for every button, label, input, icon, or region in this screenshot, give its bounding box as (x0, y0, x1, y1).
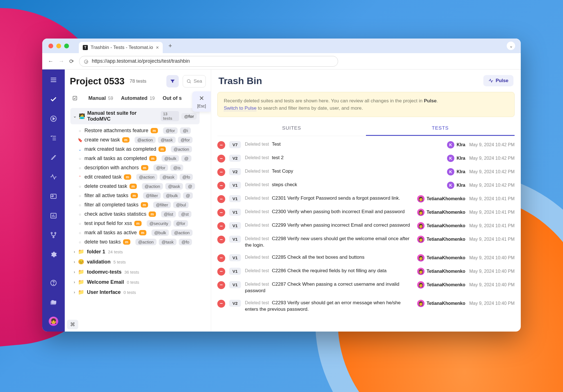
test-tag[interactable]: @task (158, 137, 176, 143)
deleted-test-row[interactable]: − V1 Deleted test C2287 Check When passi… (217, 278, 515, 297)
deleted-test-row[interactable]: − V1 Deleted test steps check K KIra May… (217, 179, 515, 192)
test-tag[interactable]: @bulk (162, 155, 179, 162)
chevron-right-icon[interactable]: › (74, 290, 75, 294)
back-button[interactable]: ← (48, 58, 53, 64)
test-row[interactable]: ○ Restore attachments feature m @for@i (69, 126, 211, 135)
chevron-right-icon[interactable]: › (74, 280, 75, 284)
test-tag[interactable]: @is (170, 165, 183, 171)
test-tag[interactable]: @action (171, 229, 192, 236)
tab-suites[interactable]: SUITES (217, 121, 366, 136)
tabs-overflow-button[interactable]: ⌄ (507, 42, 515, 50)
test-row[interactable]: ○ check active tasks statistics m @list@… (69, 209, 211, 219)
test-tag[interactable]: @i (180, 127, 191, 134)
deleted-test-row[interactable]: − V1 Deleted test C2298 Verify new users… (217, 233, 515, 251)
test-tag[interactable]: @fo (179, 239, 192, 245)
test-tag[interactable]: @ (183, 192, 193, 199)
folder-row[interactable]: › 📁 User Interface 0 tests (69, 287, 211, 297)
play-circle-icon[interactable] (48, 113, 59, 124)
test-tag[interactable]: @filter (143, 192, 161, 199)
branch-icon[interactable] (48, 230, 59, 240)
test-tag[interactable]: @security (147, 220, 171, 227)
maximize-window-icon[interactable] (64, 44, 69, 48)
minimize-window-icon[interactable] (56, 44, 61, 48)
test-row[interactable]: ○ filter all active tasks m @filter@bulk… (69, 191, 211, 200)
deleted-test-row[interactable]: − V1 Deleted test C2286 Check the requir… (217, 265, 515, 278)
folder-row[interactable]: › 😊 validation 5 tests (69, 257, 211, 267)
deleted-test-row[interactable]: − V1 Deleted test C2301 Verify Forgot Pa… (217, 192, 515, 206)
gear-icon[interactable] (48, 249, 59, 260)
test-row[interactable]: ○ test input field for xss m @security@f… (69, 219, 211, 228)
test-tag[interactable]: @ (181, 155, 191, 162)
test-tag[interactable]: @task (159, 239, 177, 245)
test-row[interactable]: 🔖 create new task m @action@task@for (69, 135, 211, 145)
test-tag[interactable]: @action (135, 239, 157, 245)
new-tab-button[interactable]: + (166, 42, 175, 49)
test-tag[interactable]: @action (171, 146, 192, 152)
test-tag[interactable]: @for (153, 165, 168, 171)
test-tag[interactable]: @fo (180, 174, 193, 180)
search-input[interactable]: Sea (183, 75, 206, 87)
site-info-icon[interactable]: ◶ (84, 58, 88, 64)
test-row[interactable]: ⌄ mark created task as completed m @acti… (69, 145, 211, 154)
pulse-button[interactable]: Pulse (483, 75, 513, 86)
deleted-test-row[interactable]: − V2 Deleted test Test Copy K KIra May 9… (217, 165, 515, 179)
folder-row[interactable]: › 📁 Welcome Email 0 tests (69, 277, 211, 287)
user-avatar[interactable]: 👧 (49, 317, 58, 326)
analytics-icon[interactable] (48, 210, 59, 221)
test-tag[interactable]: @bulk (151, 229, 169, 236)
deleted-test-row[interactable]: − V2 Deleted test test 2 K KIra May 9, 2… (217, 152, 515, 165)
filter-button[interactable] (166, 75, 179, 87)
test-tag[interactable]: @action (142, 183, 163, 190)
deleted-test-row[interactable]: − V1 Deleted test C2299 Verify when pass… (217, 219, 515, 233)
select-all-icon[interactable] (72, 95, 78, 102)
close-icon[interactable]: ✕ (195, 95, 209, 102)
command-palette-button[interactable]: ⌘ (67, 320, 78, 329)
deleted-test-row[interactable]: − V1 Deleted test C2300 Verify when pass… (217, 206, 515, 219)
deleted-test-row[interactable]: − V7 Deleted test Test K KIra May 9, 202… (217, 138, 515, 152)
test-row[interactable]: ○ mark all tasks as completed m @bulk@ (69, 154, 211, 163)
test-row[interactable]: ○ delete two tasks m @action@task@fo (69, 237, 211, 247)
test-tag[interactable]: @action (136, 174, 157, 180)
chevron-right-icon[interactable]: › (74, 249, 75, 254)
chevron-right-icon[interactable]: › (74, 270, 75, 274)
pulse-icon[interactable] (48, 172, 59, 182)
tab-out-of-sync[interactable]: Out of s (163, 95, 182, 102)
test-tag[interactable]: @st (178, 211, 191, 217)
address-bar[interactable]: ◶ https://app.testomat.io/projects/test/… (79, 56, 338, 67)
browser-tab[interactable]: T Trashbin - Tests - Testomat.io × (79, 42, 163, 53)
test-row[interactable]: ○ mark all tasks as active m @bulk@actio… (69, 228, 211, 237)
test-tag[interactable]: @bul (173, 202, 189, 208)
close-tab-icon[interactable]: × (156, 45, 159, 51)
test-row[interactable]: ○ delete created task m @action@task@ (69, 182, 211, 191)
help-icon[interactable] (48, 278, 59, 288)
suite-tag[interactable]: @for (181, 113, 197, 120)
folder-row[interactable]: › 📁 folder 1 24 tests (69, 247, 211, 257)
tab-automated[interactable]: Automated 19 (121, 95, 155, 102)
test-tag[interactable]: @bulk (163, 192, 181, 199)
test-tag[interactable]: @action (135, 137, 156, 143)
switch-to-pulse-link[interactable]: Switch to Pulse (224, 105, 256, 111)
test-row[interactable]: ○ description with anchors m @for@is (69, 163, 211, 172)
suite-header[interactable]: ⌄ 🧑‍💻 Manual test suite for TodoMVC 13 t… (70, 108, 200, 124)
reload-button[interactable]: ⟳ (69, 58, 74, 65)
close-window-icon[interactable] (48, 44, 53, 48)
test-row[interactable]: ○ filter all completed tasks m @filter@b… (69, 200, 211, 209)
checklist-icon[interactable] (48, 133, 59, 143)
menu-icon[interactable] (48, 75, 59, 85)
check-icon[interactable] (48, 94, 59, 104)
test-tag[interactable]: @for (173, 220, 188, 227)
test-tag[interactable]: @for (163, 127, 178, 134)
forward-button[interactable]: → (59, 58, 64, 64)
escape-hint[interactable]: ✕ [Esc] (192, 91, 211, 112)
tab-tests[interactable]: TESTS (366, 121, 515, 136)
deleted-test-row[interactable]: − V2 Deleted test C2293 Verify user shou… (217, 297, 515, 316)
test-tag[interactable]: @list (161, 211, 176, 217)
chevron-down-icon[interactable]: ⌄ (73, 114, 77, 118)
test-tag[interactable]: @task (160, 174, 177, 180)
test-tag[interactable]: @ (185, 183, 195, 190)
chevron-right-icon[interactable]: › (74, 260, 75, 264)
folders-icon[interactable] (48, 297, 59, 308)
test-tag[interactable]: @task (165, 183, 183, 190)
test-tag[interactable]: @filter (153, 202, 171, 208)
test-tag[interactable]: @for (178, 137, 193, 143)
